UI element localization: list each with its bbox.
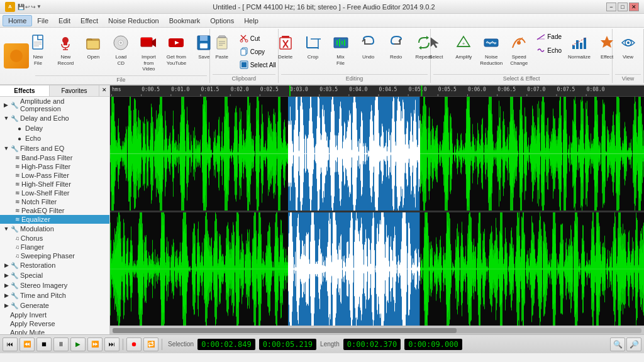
- app-icon: A: [5, 2, 15, 12]
- selection-label: Selection: [168, 341, 194, 348]
- waveform-area[interactable]: -1 -2 -3 -4 -10 -20 -30 -∞ -1 -7 -16: [110, 85, 644, 334]
- speed-change-button[interactable]: SpeedChange: [506, 30, 532, 70]
- tree-item-delay[interactable]: ● Delay: [0, 123, 109, 133]
- get-youtube-button[interactable]: Get fromYouTube: [163, 30, 189, 70]
- normalize-button[interactable]: Normalize: [566, 30, 592, 70]
- tree-item-band-pass[interactable]: ≋ Band-Pass Filter: [0, 153, 109, 162]
- close-button[interactable]: ✕: [629, 3, 639, 11]
- qa-save[interactable]: 💾: [18, 4, 25, 10]
- svg-rect-11: [87, 40, 99, 49]
- tree-item-flanger[interactable]: ♫ Flanger: [0, 243, 109, 251]
- svg-point-5: [62, 37, 69, 43]
- go-end-button[interactable]: ⏭: [104, 337, 119, 351]
- selection-start-display: 0:00:02.849: [197, 339, 255, 350]
- select-button[interactable]: Select: [423, 30, 449, 70]
- amplify-button[interactable]: + Amplify: [450, 30, 477, 70]
- noise-reduction-button[interactable]: NoiseReduction: [478, 30, 504, 70]
- fade-button[interactable]: Fade: [533, 30, 565, 43]
- svg-marker-16: [152, 38, 156, 47]
- tree-item-apply-reverse[interactable]: Apply Reverse: [0, 319, 109, 328]
- horizontal-scrollbar[interactable]: [110, 326, 644, 334]
- tree-item-modulation[interactable]: ▼ 🔧 Modulation: [0, 224, 109, 234]
- go-start-button[interactable]: ⏮: [3, 337, 18, 351]
- svg-rect-60: [572, 45, 575, 49]
- transport-bar: ⏮ ⏪ ⏹ ⏸ ▶ ⏩ ⏭ ⏺ 🔁 Selection 0:00:02.849 …: [0, 334, 644, 353]
- menu-help[interactable]: Help: [239, 16, 264, 26]
- stop-button[interactable]: ⏹: [36, 337, 52, 351]
- open-button[interactable]: Open: [80, 30, 106, 70]
- tree-item-equalizer[interactable]: ≋ Equalizer: [0, 215, 109, 224]
- tree-item-peakeq[interactable]: ≋ PeakEQ Filter: [0, 206, 109, 215]
- tree-item-restoration[interactable]: ▶ 🔧 Restoration: [0, 260, 109, 270]
- load-cd-button[interactable]: LoadCD: [108, 30, 134, 70]
- svg-point-67: [627, 41, 630, 44]
- zoom-in-button[interactable]: 🔎: [626, 337, 641, 351]
- menu-edit[interactable]: Edit: [53, 16, 75, 26]
- tree-item-chorus[interactable]: ♫ Chorus: [0, 234, 109, 243]
- qa-dropdown[interactable]: ▼: [36, 4, 42, 9]
- svg-rect-25: [219, 35, 225, 37]
- menu-bar: Home File Edit Effect Noise Reduction Bo…: [0, 14, 644, 28]
- ribbon-group-file: NewFile NewRecord Open LoadCD: [33, 29, 210, 83]
- new-file-button[interactable]: NewFile: [25, 30, 51, 70]
- effects-tab[interactable]: Effects: [0, 85, 50, 96]
- pause-button[interactable]: ⏸: [53, 337, 69, 351]
- zoom-out-button[interactable]: 🔍: [610, 337, 625, 351]
- menu-file[interactable]: File: [32, 16, 53, 26]
- scrollbar-thumb[interactable]: [113, 328, 457, 333]
- view-button[interactable]: View: [615, 30, 641, 70]
- panel-close-button[interactable]: ✕: [99, 85, 109, 96]
- qa-redo[interactable]: ↪: [31, 4, 36, 10]
- tree-item-delay-echo[interactable]: ▼ 🔧 Delay and Echo: [0, 113, 109, 123]
- title-bar: A 💾 ↩ ↪ ▼ Untitled - [ PCM 44100 Hz; 16 …: [0, 0, 644, 14]
- delete-button[interactable]: Delete: [272, 30, 299, 70]
- menu-noise-reduction[interactable]: Noise Reduction: [103, 16, 164, 26]
- import-video-button[interactable]: Importfrom Video: [135, 30, 162, 74]
- tree-item-apply-invert[interactable]: Apply Invert: [0, 310, 109, 319]
- favorites-tab[interactable]: Favorites: [50, 85, 99, 96]
- menu-bookmark[interactable]: Bookmark: [164, 16, 206, 26]
- echo-button[interactable]: Echo: [533, 44, 565, 57]
- ribbon-group-editing-label: Editing: [281, 74, 428, 82]
- svg-text:+: +: [462, 41, 465, 47]
- ribbon-group-editing: Delete Crop MixFile Undo: [279, 29, 431, 83]
- status-area: Selection 0:00:02.849 0:00:05.219 Length…: [168, 339, 462, 350]
- menu-home[interactable]: Home: [3, 15, 32, 26]
- tree-item-sweeping[interactable]: ♫ Sweeping Phaser: [0, 251, 109, 260]
- play-prev-button[interactable]: ⏪: [19, 337, 35, 351]
- scrollbar-track[interactable]: [113, 328, 641, 333]
- tree-item-low-pass[interactable]: ≋ Low-Pass Filter: [0, 171, 109, 180]
- tree-item-high-pass[interactable]: ≋ High-Pass Filter: [0, 162, 109, 171]
- tree-item-amplitude[interactable]: ▶ 🔧 Amplitude and Compression: [0, 97, 109, 113]
- tree-item-generate[interactable]: ▶ 🔧 Generate: [0, 300, 109, 310]
- tree-item-echo[interactable]: ● Echo: [0, 133, 109, 143]
- tree-item-stereo-imagery[interactable]: ▶ 🔧 Stereo Imagery: [0, 280, 109, 290]
- paste-button[interactable]: Paste: [209, 30, 235, 73]
- svg-rect-62: [580, 43, 582, 49]
- window-title: Untitled - [ PCM 44100 Hz; 16 bit; stere…: [42, 3, 606, 11]
- minimize-button[interactable]: −: [606, 3, 616, 11]
- menu-effect[interactable]: Effect: [75, 16, 103, 26]
- svg-rect-17: [141, 38, 152, 40]
- tree-item-notch[interactable]: ≋ Notch Filter: [0, 197, 109, 206]
- loop-button[interactable]: 🔁: [143, 337, 158, 351]
- effects-panel: Effects Favorites ✕ ▶ 🔧 Amplitude and Co…: [0, 85, 110, 334]
- tree-item-filters-eq[interactable]: ▼ 🔧 Filters and EQ: [0, 143, 109, 153]
- menu-options[interactable]: Options: [205, 16, 239, 26]
- play-button[interactable]: ▶: [70, 337, 86, 351]
- play-next-button[interactable]: ⏩: [87, 337, 103, 351]
- mix-file-button[interactable]: MixFile: [328, 30, 354, 70]
- ribbon-group-view: View View: [613, 29, 644, 83]
- tree-item-special[interactable]: ▶ 🔧 Special: [0, 270, 109, 280]
- tree-item-high-shelf[interactable]: ≋ High-Shelf Filter: [0, 180, 109, 189]
- qa-undo[interactable]: ↩: [25, 4, 30, 10]
- record-button[interactable]: ⏺: [126, 337, 142, 351]
- undo-button[interactable]: Undo: [355, 30, 382, 70]
- crop-button[interactable]: Crop: [300, 30, 326, 70]
- tree-item-low-shelf[interactable]: ≋ Low-Shelf Filter: [0, 189, 109, 197]
- redo-button[interactable]: Redo: [383, 30, 409, 70]
- tree-item-time-pitch[interactable]: ▶ 🔧 Time and Pitch: [0, 290, 109, 300]
- tree-item-apply-mute[interactable]: Apply Mute: [0, 328, 109, 334]
- maximize-button[interactable]: □: [618, 3, 628, 11]
- new-record-button[interactable]: NewRecord: [52, 30, 79, 70]
